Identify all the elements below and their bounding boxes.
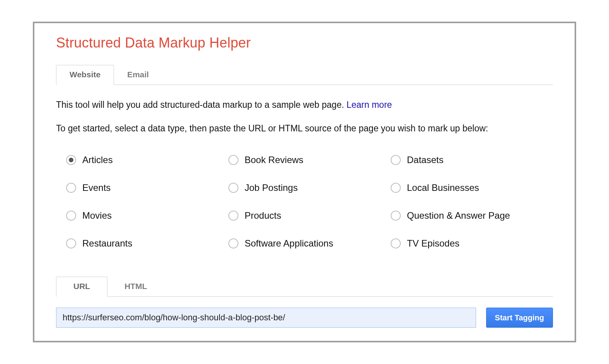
intro-text-body: This tool will help you add structured-d… bbox=[56, 100, 347, 110]
lead-text: To get started, select a data type, then… bbox=[56, 122, 553, 134]
radio-label: Products bbox=[245, 210, 281, 221]
tab-html[interactable]: HTML bbox=[107, 277, 164, 296]
radio-label: Datasets bbox=[407, 155, 444, 165]
radio-icon bbox=[391, 155, 401, 165]
radio-option-events[interactable]: Events bbox=[66, 182, 228, 193]
radio-option-tv-episodes[interactable]: TV Episodes bbox=[391, 238, 553, 249]
radio-option-movies[interactable]: Movies bbox=[66, 210, 228, 221]
radio-icon bbox=[228, 211, 238, 221]
radio-label: Articles bbox=[82, 155, 113, 165]
tab-email[interactable]: Email bbox=[114, 65, 162, 85]
radio-icon bbox=[66, 211, 76, 221]
radio-label: Movies bbox=[82, 210, 112, 221]
page-title: Structured Data Markup Helper bbox=[56, 35, 553, 51]
radio-label: Restaurants bbox=[82, 238, 132, 249]
radio-icon bbox=[391, 183, 401, 193]
radio-icon bbox=[391, 238, 401, 248]
radio-label: Local Businesses bbox=[407, 182, 479, 193]
radio-option-book-reviews[interactable]: Book Reviews bbox=[228, 155, 391, 165]
url-input[interactable] bbox=[56, 308, 476, 328]
main-panel: Structured Data Markup Helper Website Em… bbox=[33, 22, 576, 342]
radio-option-qa-page[interactable]: Question & Answer Page bbox=[391, 210, 553, 221]
tab-url[interactable]: URL bbox=[56, 277, 107, 297]
start-tagging-button[interactable]: Start Tagging bbox=[486, 308, 553, 328]
radio-label: Book Reviews bbox=[245, 155, 303, 165]
tab-website[interactable]: Website bbox=[56, 65, 114, 85]
source-tabs: URL HTML bbox=[56, 277, 553, 297]
app-frame: Structured Data Markup Helper Website Em… bbox=[0, 0, 609, 364]
radio-option-software-apps[interactable]: Software Applications bbox=[228, 238, 391, 249]
radio-label: Software Applications bbox=[245, 238, 333, 249]
data-type-options: Articles Book Reviews Datasets Events Jo… bbox=[66, 155, 553, 249]
radio-label: TV Episodes bbox=[407, 238, 459, 249]
radio-label: Question & Answer Page bbox=[407, 210, 510, 221]
radio-option-products[interactable]: Products bbox=[228, 210, 391, 221]
radio-option-local-businesses[interactable]: Local Businesses bbox=[391, 182, 553, 193]
url-input-row: Start Tagging bbox=[56, 308, 553, 328]
intro-text: This tool will help you add structured-d… bbox=[56, 99, 553, 111]
radio-icon bbox=[66, 183, 76, 193]
radio-option-job-postings[interactable]: Job Postings bbox=[228, 182, 391, 193]
radio-option-restaurants[interactable]: Restaurants bbox=[66, 238, 228, 249]
content-type-tabs: Website Email bbox=[56, 65, 553, 85]
radio-label: Job Postings bbox=[245, 182, 298, 193]
radio-icon bbox=[228, 238, 238, 248]
radio-option-articles[interactable]: Articles bbox=[66, 155, 228, 165]
radio-icon bbox=[391, 211, 401, 221]
radio-icon bbox=[66, 155, 76, 165]
learn-more-link[interactable]: Learn more bbox=[347, 100, 392, 110]
radio-icon bbox=[66, 238, 76, 248]
radio-label: Events bbox=[82, 182, 111, 193]
radio-option-datasets[interactable]: Datasets bbox=[391, 155, 553, 165]
radio-icon bbox=[228, 183, 238, 193]
radio-icon bbox=[228, 155, 238, 165]
